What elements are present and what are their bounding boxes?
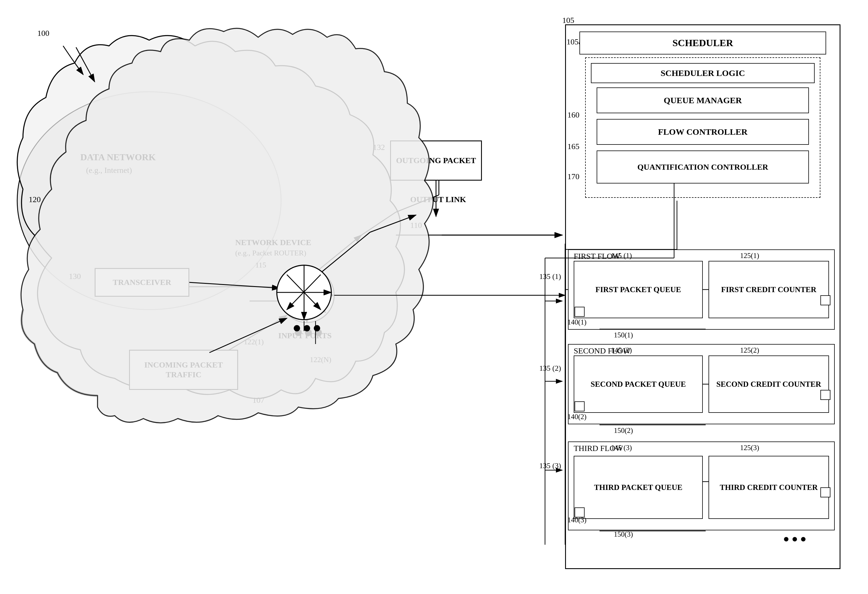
scheduler-logic-box: SCHEDULER LOGIC — [591, 63, 815, 83]
second-credit-counter-box: SECOND CREDIT COUNTER — [709, 355, 829, 413]
queue-manager-label: QUEUE MANAGER — [664, 95, 742, 106]
third-credit-counter-box: THIRD CREDIT COUNTER — [709, 456, 829, 519]
ref-115: 115 — [255, 261, 266, 270]
third-packet-queue-label: THIRD PACKET QUEUE — [594, 483, 682, 492]
network-device-label: NETWORK DEVICE — [235, 238, 311, 247]
ref-125-1: 125(1) — [740, 252, 759, 260]
ref-120: 120 — [29, 195, 41, 204]
outgoing-packet-label: OUTGOING PACKET — [396, 156, 476, 165]
first-packet-queue-box: FIRST PACKET QUEUE — [574, 261, 703, 318]
data-network-sub-label: (e.g., Internet) — [86, 166, 132, 175]
ref-135-2: 135 (2) — [539, 364, 561, 373]
flow-controller-box: FLOW CONTROLLER — [596, 119, 809, 145]
transceiver-box: TRANSCEIVER — [94, 268, 189, 297]
third-counter-small-square — [821, 487, 830, 497]
ref-100: 100 — [37, 29, 49, 38]
ref-160: 160 — [567, 111, 579, 119]
ref-107: 107 — [252, 396, 264, 405]
ref-135-1: 135 (1) — [539, 272, 561, 281]
outgoing-packet-box: OUTGOING PACKET — [390, 140, 482, 181]
network-device-sub-label: (e.g., Packet ROUTER) — [235, 249, 306, 258]
bottom-dots: ●●● — [783, 533, 809, 545]
ref-132: 132 — [373, 143, 385, 152]
scheduler-box: SCHEDULER — [579, 31, 826, 55]
ref-135-3: 135 (3) — [539, 461, 561, 470]
second-packet-queue-label: SECOND PACKET QUEUE — [590, 380, 686, 389]
input-ports-label: INPUT PORTS — [278, 331, 332, 340]
ref-145-2: 145 (2) — [611, 346, 632, 354]
ref-125-3: 125(3) — [740, 444, 759, 452]
ref-125-2: 125(2) — [740, 346, 759, 354]
svg-line-3 — [362, 212, 396, 235]
transceiver-label: TRANSCEIVER — [113, 277, 171, 287]
quantification-controller-box: QUANTIFICATION CONTROLLER — [596, 150, 809, 183]
ref-140-2: 140(2) — [567, 413, 587, 421]
third-packet-queue-box: THIRD PACKET QUEUE — [574, 456, 703, 519]
flow-controller-label: FLOW CONTROLLER — [658, 127, 747, 137]
ref-170: 170 — [567, 172, 579, 181]
ref-150-2: 150(2) — [614, 427, 633, 435]
second-counter-small-square — [821, 390, 830, 400]
quantification-controller-label: QUANTIFICATION CONTROLLER — [638, 162, 768, 172]
svg-line-2 — [316, 235, 362, 272]
first-packet-queue-label: FIRST PACKET QUEUE — [595, 285, 681, 294]
svg-point-8 — [280, 268, 334, 323]
ref-165: 165 — [567, 142, 579, 151]
first-credit-counter-box: FIRST CREDIT COUNTER — [709, 261, 829, 318]
ref-105: 105 — [562, 16, 574, 25]
second-credit-counter-label: SECOND CREDIT COUNTER — [716, 380, 821, 389]
second-packet-queue-box: SECOND PACKET QUEUE — [574, 355, 703, 413]
ref-122-n: 122(N) — [310, 355, 331, 364]
incoming-traffic-box: INCOMING PACKET TRAFFIC — [129, 350, 238, 390]
first-queue-small-square — [574, 307, 585, 317]
second-queue-small-square — [574, 401, 585, 411]
ref-145-1: 145 (1) — [611, 252, 632, 260]
output-link-label: OUTPUT LINK — [410, 195, 466, 204]
ref-110: 110 — [410, 221, 422, 230]
queue-manager-box: QUEUE MANAGER — [596, 87, 809, 113]
first-credit-counter-label: FIRST CREDIT COUNTER — [721, 285, 816, 294]
scheduler-label: SCHEDULER — [672, 37, 733, 49]
svg-line-9 — [288, 278, 326, 312]
data-network-label: DATA NETWORK — [80, 152, 156, 162]
svg-line-10 — [288, 278, 326, 312]
ref-140-3: 140(3) — [567, 516, 587, 524]
ref-150-1: 150(1) — [614, 331, 633, 339]
first-counter-small-square — [821, 295, 830, 305]
ref-130: 130 — [69, 272, 81, 281]
incoming-traffic-label: INCOMING PACKET TRAFFIC — [130, 360, 237, 379]
ref-122-1: 122(1) — [244, 338, 264, 346]
third-credit-counter-label: THIRD CREDIT COUNTER — [720, 483, 818, 492]
ref-140-1: 140(1) — [567, 318, 587, 326]
scheduler-logic-label: SCHEDULER LOGIC — [661, 68, 745, 78]
ref-145-3: 145 (3) — [611, 444, 632, 452]
ref-150-3: 150(3) — [614, 531, 633, 538]
